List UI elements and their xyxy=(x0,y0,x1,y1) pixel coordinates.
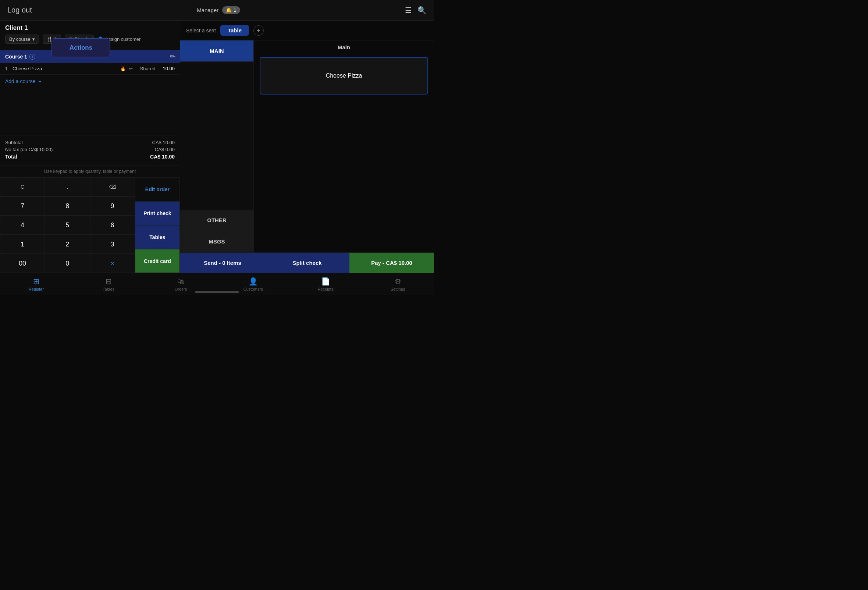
totals-area: Subtotal CA$ 10.00 No tax (on CA$ 10.00)… xyxy=(0,135,180,165)
key-dot[interactable]: . xyxy=(45,177,90,196)
key-0[interactable]: 0 xyxy=(45,254,90,273)
assign-label: Assign customer xyxy=(105,37,140,42)
register-icon: ⊞ xyxy=(33,277,39,286)
nav-customers[interactable]: 👤 Customers xyxy=(217,277,289,291)
scroll-indicator xyxy=(195,291,239,293)
menu-categories: MAIN OTHER MSGS xyxy=(180,40,254,252)
menu-section-title: Main xyxy=(254,40,434,54)
key-2[interactable]: 2 xyxy=(45,235,90,254)
menu-items-area: Main Cheese Pizza xyxy=(254,40,434,252)
course-edit-icon[interactable]: ✏ xyxy=(170,53,175,60)
nav-register-label: Register xyxy=(29,287,44,291)
order-area: Course 1 i ✏ 1 Cheese Pizza 🔥 ✏ Shared 1… xyxy=(0,47,180,135)
add-course-button[interactable]: Add a course + xyxy=(0,75,180,88)
key-backspace[interactable]: ⌫ xyxy=(90,177,135,196)
add-seat-button[interactable]: + xyxy=(253,25,264,36)
menu-item-name: Cheese Pizza xyxy=(326,72,362,79)
subtotal-value: CA$ 10.00 xyxy=(152,140,175,145)
key-1[interactable]: 1 xyxy=(0,235,45,254)
receipts-icon: 📄 xyxy=(321,277,330,286)
order-type-label: By course xyxy=(9,37,31,42)
client-name: Client 1 xyxy=(5,24,175,32)
key-7[interactable]: 7 xyxy=(0,196,45,215)
select-seat-label: Select a seat xyxy=(186,28,216,34)
search-icon[interactable]: 🔍 xyxy=(418,6,427,15)
key-4[interactable]: 4 xyxy=(0,215,45,235)
key-8[interactable]: 8 xyxy=(45,196,90,215)
menu-item-cheese-pizza[interactable]: Cheese Pizza xyxy=(260,57,428,94)
main-layout: Client 1 By course ▾ 🍴 1 ⊟ Dine-in 👤 Ass… xyxy=(0,21,434,273)
table-badge[interactable]: Table xyxy=(220,25,249,36)
credit-card-button[interactable]: Credit card xyxy=(135,249,180,273)
key-00[interactable]: 00 xyxy=(0,254,45,273)
tables-nav-icon: ⊟ xyxy=(106,277,112,286)
left-panel: Client 1 By course ▾ 🍴 1 ⊟ Dine-in 👤 Ass… xyxy=(0,21,180,273)
total-value: CA$ 10.00 xyxy=(150,154,175,160)
order-type-selector[interactable]: By course ▾ xyxy=(5,35,39,44)
right-panel: Select a seat Table + MAIN OTHER MSGS Ma… xyxy=(180,21,434,273)
bottom-action-bar: Send - 0 Items Split check Pay - CA$ 10.… xyxy=(180,252,434,273)
manager-label: Manager xyxy=(197,7,218,13)
nav-customers-label: Customers xyxy=(244,287,263,291)
tax-value: CA$ 0.00 xyxy=(155,147,175,152)
pay-button[interactable]: Pay - CA$ 10.00 xyxy=(350,253,434,273)
keypad-right: Edit order Print check Tables Credit car… xyxy=(135,177,180,273)
top-bar: Log out Manager 🔔 1 ☰ 🔍 xyxy=(0,0,434,21)
actions-tab[interactable]: Actions xyxy=(52,39,109,57)
category-msgs-label: MSGS xyxy=(208,238,225,245)
item-qty: 1 xyxy=(5,66,12,71)
key-5[interactable]: 5 xyxy=(45,215,90,235)
notification-count: 1 xyxy=(233,7,236,13)
edit-order-button[interactable]: Edit order xyxy=(135,177,180,201)
category-main-label: MAIN xyxy=(210,48,224,54)
subtotal-label: Subtotal xyxy=(5,140,23,145)
keypad-area: C . ⌫ 7 8 9 4 5 6 1 2 3 00 0 ✕ Edit orde… xyxy=(0,177,180,273)
nav-orders[interactable]: 🛍 Orders xyxy=(145,277,217,291)
key-multiply[interactable]: ✕ xyxy=(90,254,135,273)
total-row: Total CA$ 10.00 xyxy=(5,154,175,160)
nav-tables[interactable]: ⊟ Tables xyxy=(72,277,145,291)
chevron-down-icon: ▾ xyxy=(32,37,35,42)
add-course-label: Add a course xyxy=(5,78,36,84)
menu-icon[interactable]: ☰ xyxy=(405,6,412,15)
tax-row: No tax (on CA$ 10.00) CA$ 0.00 xyxy=(5,147,175,152)
send-items-button[interactable]: Send - 0 Items xyxy=(180,253,265,273)
logout-button[interactable]: Log out xyxy=(7,6,32,14)
tax-label: No tax (on CA$ 10.00) xyxy=(5,147,53,152)
key-6[interactable]: 6 xyxy=(90,215,135,235)
subtotal-row: Subtotal CA$ 10.00 xyxy=(5,140,175,145)
key-3[interactable]: 3 xyxy=(90,235,135,254)
category-main[interactable]: MAIN xyxy=(180,40,253,62)
course-info-icon: i xyxy=(30,54,35,60)
plus-icon: + xyxy=(38,78,41,84)
nav-receipts[interactable]: 📄 Receipts xyxy=(289,277,362,291)
actions-panel: Actions xyxy=(52,38,110,58)
tables-button[interactable]: Tables xyxy=(135,225,180,249)
key-9[interactable]: 9 xyxy=(90,196,135,215)
nav-tables-label: Tables xyxy=(103,287,114,291)
item-name: Cheese Pizza xyxy=(12,66,120,71)
seat-selector: Select a seat Table + xyxy=(180,21,434,40)
orders-icon: 🛍 xyxy=(177,277,185,286)
settings-icon: ⚙ xyxy=(395,277,401,286)
fire-icon: 🔥 xyxy=(120,66,126,71)
keypad-left: C . ⌫ 7 8 9 4 5 6 1 2 3 00 0 ✕ xyxy=(0,177,135,273)
customers-icon: 👤 xyxy=(249,277,258,286)
print-check-button[interactable]: Print check xyxy=(135,201,180,225)
total-label: Total xyxy=(5,154,17,160)
nav-settings[interactable]: ⚙ Settings xyxy=(362,277,434,291)
category-msgs[interactable]: MSGS xyxy=(180,231,253,252)
item-edit-icon[interactable]: ✏ xyxy=(129,66,133,71)
key-clear[interactable]: C xyxy=(0,177,45,196)
nav-receipts-label: Receipts xyxy=(318,287,334,291)
manager-section: Manager 🔔 1 xyxy=(197,6,240,14)
item-shared-label: Shared xyxy=(140,66,156,71)
notification-badge[interactable]: 🔔 1 xyxy=(222,6,240,14)
nav-register[interactable]: ⊞ Register xyxy=(0,277,72,291)
split-check-button[interactable]: Split check xyxy=(265,253,350,273)
category-other[interactable]: OTHER xyxy=(180,209,253,231)
top-bar-right: ☰ 🔍 xyxy=(405,6,427,15)
order-item[interactable]: 1 Cheese Pizza 🔥 ✏ Shared 10.00 xyxy=(0,63,180,75)
notification-icon: 🔔 xyxy=(226,7,232,13)
item-price: 10.00 xyxy=(162,66,175,71)
